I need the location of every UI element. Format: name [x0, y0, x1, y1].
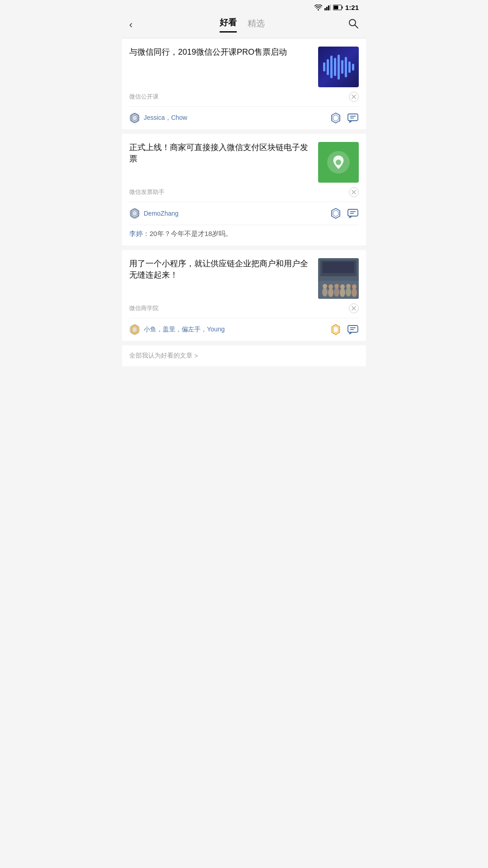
svg-point-45 — [352, 284, 357, 289]
hexagon-icon-2 — [129, 208, 140, 219]
svg-marker-25 — [333, 210, 338, 217]
svg-point-38 — [346, 288, 351, 297]
battery-icon — [333, 5, 343, 10]
header-tabs: 好看 精选 — [220, 17, 265, 33]
article-source-3: 微信商学院 — [129, 304, 159, 312]
article-title-2: 正式上线！商家可直接接入微信支付区块链电子发票 — [129, 142, 313, 165]
svg-rect-33 — [323, 262, 354, 273]
svg-rect-6 — [342, 6, 343, 9]
comment-icon-2 — [347, 208, 359, 219]
wave-bar — [341, 60, 343, 74]
signal-icon — [324, 5, 331, 10]
article-thumb-2 — [318, 142, 359, 183]
wave-bar — [327, 59, 329, 75]
svg-rect-52 — [348, 326, 358, 332]
comment-action-2[interactable] — [347, 208, 359, 219]
header: ‹ 好看 精选 — [122, 13, 366, 38]
like-action-1[interactable] — [330, 112, 342, 124]
svg-rect-2 — [328, 5, 329, 10]
action-icons-2 — [330, 208, 359, 219]
article-card-2[interactable]: 正式上线！商家可直接接入微信支付区块链电子发票 微信发票助手 — [122, 134, 366, 245]
article-source-2: 微信发票助手 — [129, 188, 164, 196]
wave-bar — [345, 57, 347, 77]
svg-point-39 — [352, 288, 357, 297]
svg-marker-23 — [132, 211, 137, 217]
svg-rect-5 — [333, 6, 338, 9]
wifi-icon — [314, 5, 322, 10]
article-text-2: 正式上线！商家可直接接入微信支付区块链电子发票 — [129, 142, 313, 169]
article-main-3: 用了一个小程序，就让供应链企业把商户和用户全无缝连起来！ — [129, 258, 359, 299]
svg-marker-49 — [132, 326, 137, 333]
article-source-1: 微信公开课 — [129, 93, 159, 101]
action-icons-3 — [330, 324, 359, 335]
article-main-1: 与微信同行，2019微信公开课PRO售票启动 — [129, 47, 359, 87]
waveform — [323, 53, 354, 80]
svg-rect-3 — [330, 5, 331, 10]
wave-bar — [323, 62, 325, 71]
comment-icon-3 — [347, 324, 359, 335]
article-main-2: 正式上线！商家可直接接入微信支付区块链电子发票 — [129, 142, 359, 183]
svg-point-40 — [323, 284, 327, 288]
wave-bar — [338, 55, 340, 80]
back-button[interactable]: ‹ — [129, 17, 136, 33]
svg-marker-51 — [333, 326, 338, 333]
svg-point-35 — [328, 288, 333, 297]
content: 与微信同行，2019微信公开课PRO售票启动 — [122, 38, 366, 366]
likes-avatar-2 — [129, 208, 140, 219]
dismiss-button-1[interactable] — [349, 92, 359, 102]
like-action-2[interactable] — [330, 208, 342, 219]
hexagon-action-icon-1 — [330, 112, 342, 124]
svg-line-8 — [355, 25, 358, 28]
comment-icon-1 — [347, 112, 359, 124]
status-icons: 1:21 — [314, 4, 359, 11]
svg-point-37 — [340, 288, 345, 297]
thumb-dark-blue — [318, 47, 359, 87]
dismiss-button-3[interactable] — [349, 303, 359, 313]
svg-point-44 — [346, 284, 351, 288]
likes-row-2: DemoZhang — [129, 202, 359, 225]
tab-haokan[interactable]: 好看 — [220, 17, 237, 33]
article-card-1[interactable]: 与微信同行，2019微信公开课PRO售票启动 — [122, 38, 366, 129]
article-source-row-1: 微信公开课 — [129, 87, 359, 106]
wave-bar — [334, 58, 336, 76]
article-title-1: 与微信同行，2019微信公开课PRO售票启动 — [129, 47, 313, 58]
article-thumb-3 — [318, 258, 359, 299]
svg-point-41 — [328, 284, 333, 289]
likes-names-3: 小鱼，盖里，偏左手，Young — [144, 326, 326, 334]
svg-point-34 — [322, 288, 328, 297]
svg-point-19 — [336, 160, 341, 165]
dismiss-button-2[interactable] — [349, 187, 359, 197]
article-text-1: 与微信同行，2019微信公开课PRO售票启动 — [129, 47, 313, 62]
likes-avatar-1 — [129, 113, 140, 123]
svg-marker-12 — [132, 115, 137, 121]
likes-row-1: Jessica，Chow — [129, 106, 359, 129]
article-card-3[interactable]: 用了一个小程序，就让供应链企业把商户和用户全无缝连起来！ — [122, 250, 366, 341]
status-time: 1:21 — [345, 4, 359, 11]
svg-marker-14 — [333, 115, 338, 121]
likes-names-1: Jessica，Chow — [144, 114, 326, 122]
wave-bar — [330, 56, 333, 78]
article-title-3: 用了一个小程序，就让供应链企业把商户和用户全无缝连起来！ — [129, 258, 313, 281]
wave-bar — [352, 64, 354, 71]
svg-rect-15 — [348, 114, 358, 121]
comment-action-1[interactable] — [347, 112, 359, 124]
svg-point-42 — [334, 284, 339, 288]
svg-rect-26 — [348, 209, 358, 216]
comment-action-3[interactable] — [347, 324, 359, 335]
hexagon-action-icon-3 — [330, 323, 342, 336]
article-thumb-1 — [318, 47, 359, 87]
status-bar: 1:21 — [122, 0, 366, 13]
hexagon-action-icon-2 — [330, 208, 342, 219]
footer-link-text: 全部我认为好看的文章 — [129, 352, 192, 360]
likes-avatar-3 — [129, 324, 140, 335]
green-icon — [327, 151, 350, 174]
search-button[interactable] — [348, 18, 359, 32]
footer-link[interactable]: 全部我认为好看的文章 > — [122, 345, 366, 366]
likes-row-3: 小鱼，盖里，偏左手，Young — [129, 318, 359, 341]
comment-preview-2: 李婷：20年？今年不是才18岁吗。 — [129, 225, 359, 245]
article-source-row-3: 微信商学院 — [129, 299, 359, 318]
svg-point-43 — [340, 284, 345, 289]
like-action-3[interactable] — [330, 324, 342, 335]
commenter-name-2: 李婷 — [129, 230, 143, 237]
tab-jingxuan[interactable]: 精选 — [248, 18, 265, 32]
